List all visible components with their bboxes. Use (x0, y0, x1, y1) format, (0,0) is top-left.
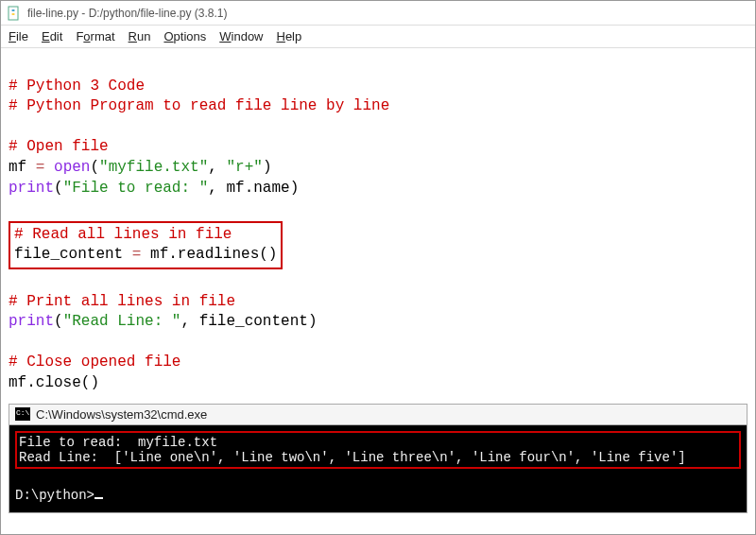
cmd-icon (15, 407, 30, 421)
menu-file[interactable]: File (9, 29, 28, 43)
window-title: file-line.py - D:/python/file-line.py (3… (27, 7, 227, 20)
highlighted-code-block: # Read all lines in file file_content = … (9, 221, 283, 269)
menu-edit[interactable]: Edit (42, 29, 62, 43)
code-comment: # Print all lines in file (9, 293, 235, 310)
code-comment: # Python Program to read file line by li… (9, 97, 389, 114)
title-bar: file-line.py - D:/python/file-line.py (3… (1, 1, 755, 26)
menu-run[interactable]: Run (129, 29, 151, 43)
code-comment: # Open file (9, 138, 109, 155)
console-title-text: C:\Windows\system32\cmd.exe (36, 407, 207, 422)
console-cursor (94, 497, 103, 499)
code-comment: # Close opened file (9, 354, 180, 371)
code-comment: # Python 3 Code (9, 78, 145, 95)
menu-format[interactable]: Format (76, 29, 114, 43)
code-line: print("Read Line: ", file_content) (9, 313, 317, 330)
console-output-highlight: File to read: myfile.txt Read Line: ['Li… (15, 431, 741, 469)
menu-window[interactable]: Window (219, 29, 263, 43)
python-file-icon (7, 6, 22, 21)
menu-options[interactable]: Options (163, 29, 206, 43)
code-line: mf = open("myfile.txt", "r+") (9, 159, 271, 176)
console-output[interactable]: File to read: myfile.txt Read Line: ['Li… (9, 424, 747, 513)
code-editor[interactable]: # Python 3 Code # Python Program to read… (1, 48, 755, 398)
console-panel: C:\Windows\system32\cmd.exe File to read… (1, 404, 755, 519)
menu-help[interactable]: Help (277, 29, 302, 43)
code-line: mf.close() (9, 374, 99, 391)
console-title-bar: C:\Windows\system32\cmd.exe (9, 404, 747, 424)
code-line: print("File to read: ", mf.name) (9, 180, 299, 197)
menu-bar: File Edit Format Run Options Window Help (1, 26, 755, 48)
console-prompt: D:\python> (15, 488, 94, 503)
